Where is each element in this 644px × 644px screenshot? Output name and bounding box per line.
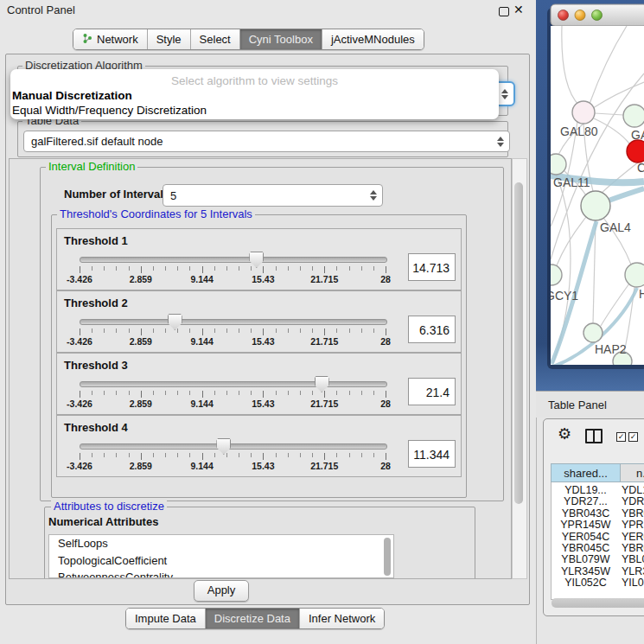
network-desktop: GAL80 GA GAL11 C GAL4 GCY1 H HAP2 bbox=[536, 0, 644, 391]
tick-label: -3.426 bbox=[67, 274, 92, 284]
table-row[interactable]: YPR145WYPR1 bbox=[552, 520, 644, 531]
node-label-gal80: GAL80 bbox=[560, 124, 598, 138]
tab-impute-data[interactable]: Impute Data bbox=[126, 609, 206, 628]
tick-label: 2.859 bbox=[130, 461, 152, 471]
tick-label: 21.715 bbox=[310, 336, 338, 347]
combo-arrows-icon bbox=[370, 185, 377, 206]
checkbox-icon[interactable]: ✓ bbox=[616, 432, 626, 442]
threshold-1-label: Threshold 1 bbox=[64, 234, 128, 247]
zoom-traffic-light[interactable] bbox=[592, 10, 603, 21]
tick-label: 21.715 bbox=[310, 399, 338, 409]
threshold-1-value-field[interactable]: 14.713 bbox=[408, 253, 456, 281]
list-scrollbar-thumb[interactable] bbox=[384, 538, 391, 576]
close-traffic-light[interactable] bbox=[558, 10, 569, 21]
table-row[interactable]: YER054CYER0 bbox=[552, 532, 644, 543]
threshold-3-panel: Threshold 3 -3.426 2.859 9.144 15.43 21.… bbox=[56, 353, 462, 415]
node-gal80[interactable] bbox=[572, 101, 595, 124]
tick-label: 28 bbox=[380, 461, 391, 471]
column-header-shared-name[interactable]: shared... bbox=[551, 463, 621, 482]
tick-label: 15.43 bbox=[252, 336, 274, 347]
number-of-intervals-label: Number of Intervals bbox=[64, 188, 169, 201]
algorithm-dropdown-popup: Select algorithm to view settings Manual… bbox=[10, 69, 499, 119]
slider-minor-ticks bbox=[80, 328, 386, 333]
threshold-2-value-field[interactable]: 6.316 bbox=[408, 316, 456, 343]
control-panel-window: Control Panel ✕ Network Style Select Cyn… bbox=[0, 0, 537, 644]
tab-jactivemnodules[interactable]: jActiveMNodules bbox=[322, 29, 424, 49]
node-right-mid[interactable] bbox=[625, 263, 644, 287]
slider-track[interactable] bbox=[80, 257, 387, 263]
tick-label: 9.144 bbox=[190, 399, 213, 409]
tick-label: 15.43 bbox=[252, 274, 274, 284]
list-item[interactable]: TopologicalCoefficient bbox=[49, 552, 393, 570]
minimize-traffic-light[interactable] bbox=[575, 10, 585, 21]
gear-icon[interactable]: ⚙ bbox=[558, 426, 571, 442]
table-row[interactable]: YBR045CYBR0 bbox=[552, 543, 644, 554]
threshold-4-value-field[interactable]: 11.344 bbox=[408, 440, 456, 468]
tab-infer-network[interactable]: Infer Network bbox=[300, 609, 384, 628]
table-row[interactable]: YBR043CYBR0 bbox=[552, 508, 644, 520]
columns-icon[interactable] bbox=[585, 429, 603, 443]
table-row[interactable]: YBL079WYBL0 bbox=[552, 554, 644, 565]
threshold-3-value-field[interactable]: 21.4 bbox=[408, 378, 456, 405]
table-data-combo[interactable]: galFiltered.sif default node bbox=[23, 131, 510, 152]
tab-label: Select bbox=[200, 33, 231, 46]
node-top-right[interactable] bbox=[623, 105, 644, 127]
column-header-name[interactable]: n... bbox=[621, 463, 644, 482]
slider-track[interactable] bbox=[80, 381, 387, 387]
node-gal4[interactable] bbox=[581, 191, 610, 220]
slider-track[interactable] bbox=[80, 319, 387, 325]
close-icon[interactable]: ✕ bbox=[513, 3, 524, 16]
list-item[interactable]: BetweennessCentrality bbox=[49, 569, 393, 578]
table-row[interactable]: YIL052CYIL0 bbox=[552, 577, 644, 596]
algorithm-prompt: Select algorithm to view settings bbox=[10, 74, 499, 87]
threshold-3-slider[interactable]: -3.426 2.859 9.144 15.43 21.715 28 bbox=[80, 374, 386, 411]
tick-label: 15.43 bbox=[252, 399, 274, 409]
list-item[interactable]: SelfLoops bbox=[49, 535, 393, 552]
numerical-attributes-heading: Numerical Attributes bbox=[48, 515, 158, 528]
node-selected-red[interactable] bbox=[627, 140, 644, 163]
tick-label: 9.144 bbox=[190, 274, 213, 284]
slider-track[interactable] bbox=[80, 443, 387, 450]
threshold-4-slider[interactable]: -3.426 2.859 9.144 15.43 21.715 28 bbox=[80, 437, 386, 473]
horizontal-scrollbar-thumb[interactable] bbox=[552, 598, 644, 608]
threshold-4-panel: Threshold 4 -3.426 2.859 9.144 15.43 21.… bbox=[56, 415, 462, 477]
tick-label: 9.144 bbox=[190, 461, 213, 471]
checkbox-icon[interactable]: ✓ bbox=[628, 432, 638, 442]
table-row[interactable]: YDL19...YDL1 bbox=[552, 485, 644, 496]
network-icon bbox=[82, 33, 92, 47]
threshold-2-slider[interactable]: -3.426 2.859 9.144 15.43 21.715 28 bbox=[80, 312, 386, 348]
float-window-icon[interactable] bbox=[499, 7, 509, 16]
scrollbar-thumb[interactable] bbox=[514, 182, 523, 504]
node-label-c: C bbox=[637, 161, 644, 175]
slider-minor-ticks bbox=[80, 266, 386, 271]
tick-label: 28 bbox=[380, 399, 391, 409]
threshold-2-label: Threshold 2 bbox=[64, 296, 128, 309]
threshold-1-slider[interactable]: -3.426 2.859 9.144 15.43 21.715 28 bbox=[80, 250, 386, 286]
number-of-intervals-value: 5 bbox=[170, 189, 176, 202]
tick-label: 2.859 bbox=[130, 274, 152, 284]
tab-select[interactable]: Select bbox=[191, 29, 240, 49]
table-panel-title: Table Panel bbox=[548, 399, 607, 411]
thresholds-group-label: Threshold's Coordinates for 5 Intervals bbox=[57, 208, 255, 220]
tab-cyni-toolbox[interactable]: Cyni Toolbox bbox=[240, 29, 322, 49]
combo-arrows-icon bbox=[501, 83, 508, 105]
numerical-attributes-list: SelfLoops TopologicalCoefficient Between… bbox=[48, 534, 394, 578]
tab-discretize-data[interactable]: Discretize Data bbox=[206, 609, 300, 628]
node-label-hap2: HAP2 bbox=[595, 342, 627, 356]
settings-viewport: Interval Definition Number of Intervals … bbox=[9, 158, 512, 579]
menu-item-manual-discretization[interactable]: Manual Discretization bbox=[12, 89, 132, 102]
menu-item-equal-width-frequency[interactable]: Equal Width/Frequency Discretization bbox=[12, 104, 207, 117]
node-hap2[interactable] bbox=[583, 323, 603, 342]
tab-style[interactable]: Style bbox=[148, 29, 191, 49]
threshold-4-label: Threshold 4 bbox=[64, 421, 128, 434]
number-of-intervals-combo[interactable]: 5 bbox=[163, 184, 383, 207]
tab-network[interactable]: Network bbox=[73, 29, 148, 49]
table-row[interactable]: YLR345WYLR3 bbox=[552, 566, 644, 577]
table-panel-titlebar: Table Panel bbox=[536, 391, 644, 418]
table-row[interactable]: YDR27...YDR2 bbox=[552, 496, 644, 507]
apply-button[interactable]: Apply bbox=[194, 580, 249, 602]
tick-label: -3.426 bbox=[67, 461, 92, 471]
settings-scrollbar[interactable] bbox=[512, 158, 527, 579]
threshold-3-label: Threshold 3 bbox=[64, 359, 128, 372]
tick-label: 2.859 bbox=[130, 399, 152, 409]
